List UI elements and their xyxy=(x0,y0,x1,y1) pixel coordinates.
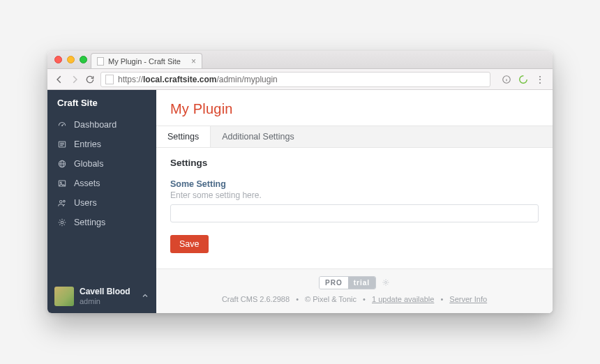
minimize-window-button[interactable] xyxy=(67,56,75,63)
tab-label: Additional Settings xyxy=(222,132,294,142)
chevron-up-icon xyxy=(141,291,149,302)
page-header: My Plugin xyxy=(156,90,553,126)
gear-icon xyxy=(57,218,67,227)
user-name: Cavell Blood xyxy=(80,287,130,297)
some-setting-input[interactable] xyxy=(170,204,539,222)
divider: • xyxy=(292,295,303,303)
save-button[interactable]: Save xyxy=(170,235,209,253)
address-bar[interactable]: https://local.craftsite.com/admin/myplug… xyxy=(100,72,490,87)
svg-point-18 xyxy=(385,281,387,283)
browser-window: My Plugin - Craft Site × https://local.c… xyxy=(47,51,553,313)
page-favicon xyxy=(97,57,104,66)
svg-point-15 xyxy=(60,201,63,204)
forward-button[interactable] xyxy=(70,75,80,84)
site-info-icon[interactable] xyxy=(105,75,114,84)
extension-info-icon[interactable] xyxy=(502,75,511,84)
edition-pro-label: PRO xyxy=(320,277,348,289)
browser-menu-button[interactable]: ⋮ xyxy=(535,75,546,84)
users-icon xyxy=(57,198,67,208)
back-button[interactable] xyxy=(54,75,64,84)
zoom-window-button[interactable] xyxy=(80,56,87,63)
user-role: admin xyxy=(80,297,130,306)
toolbar-right: ⋮ xyxy=(502,75,546,84)
app-frame: Craft Site Dashboard Entries Globals Ass… xyxy=(47,90,553,313)
field-help: Enter some setting here. xyxy=(170,190,539,200)
tab-additional-settings[interactable]: Additional Settings xyxy=(211,126,306,147)
url-scheme: https:// xyxy=(118,75,143,84)
browser-tab-title: My Plugin - Craft Site xyxy=(108,57,181,66)
account-menu[interactable]: Cavell Blood admin xyxy=(47,280,156,313)
svg-line-5 xyxy=(62,124,63,126)
svg-point-16 xyxy=(63,200,66,202)
section-title: Settings xyxy=(170,158,539,168)
sidebar-item-globals[interactable]: Globals xyxy=(47,154,156,174)
sidebar-item-assets[interactable]: Assets xyxy=(47,174,156,193)
gauge-icon xyxy=(57,120,67,130)
url-path: /admin/myplugin xyxy=(216,75,277,84)
sidebar-item-settings[interactable]: Settings xyxy=(47,213,156,232)
avatar xyxy=(54,287,74,306)
page-title: My Plugin xyxy=(170,101,539,117)
divider: • xyxy=(436,295,447,303)
tab-label: Settings xyxy=(167,132,199,142)
window-titlebar: My Plugin - Craft Site × xyxy=(47,51,553,69)
sidebar-item-entries[interactable]: Entries xyxy=(47,135,156,154)
reload-button[interactable] xyxy=(85,75,95,84)
footer-meta: Craft CMS 2.6.2988 • © Pixel & Tonic • 1… xyxy=(165,295,544,303)
user-meta: Cavell Blood admin xyxy=(80,287,130,305)
close-tab-button[interactable]: × xyxy=(191,57,196,66)
sidebar-item-label: Users xyxy=(74,198,97,208)
sidebar-item-dashboard[interactable]: Dashboard xyxy=(47,115,156,135)
edition-badge-row: PRO trial xyxy=(165,276,544,289)
edition-trial-label: trial xyxy=(348,277,375,289)
footer-copyright: © Pixel & Tonic xyxy=(305,295,357,303)
tab-settings[interactable]: Settings xyxy=(156,126,211,147)
sidebar-item-label: Entries xyxy=(74,139,101,149)
sidebar-item-label: Dashboard xyxy=(74,120,117,130)
settings-pane: Settings Some Setting Enter some setting… xyxy=(156,148,553,268)
url-host: local.craftsite.com xyxy=(143,75,216,84)
edition-settings-icon[interactable] xyxy=(382,278,390,288)
sidebar-item-label: Settings xyxy=(74,218,105,227)
footer-version: Craft CMS 2.6.2988 xyxy=(222,295,290,303)
window-controls xyxy=(54,56,87,63)
footer-serverinfo-link[interactable]: Server Info xyxy=(449,295,487,303)
browser-tab[interactable]: My Plugin - Craft Site × xyxy=(91,53,202,68)
sidebar-item-label: Assets xyxy=(74,179,100,188)
svg-point-3 xyxy=(520,75,527,83)
list-icon xyxy=(57,139,67,149)
address-url: https://local.craftsite.com/admin/myplug… xyxy=(118,75,278,84)
image-icon xyxy=(57,179,67,188)
edition-badge[interactable]: PRO trial xyxy=(319,276,376,289)
divider: • xyxy=(359,295,370,303)
sidebar-item-users[interactable]: Users xyxy=(47,193,156,213)
svg-point-17 xyxy=(61,221,63,224)
sidebar-nav: Dashboard Entries Globals Assets Users xyxy=(47,115,156,232)
close-window-button[interactable] xyxy=(54,56,62,63)
browser-toolbar: https://local.craftsite.com/admin/myplug… xyxy=(47,69,553,90)
page-tabs: Settings Additional Settings xyxy=(156,126,553,148)
globe-icon xyxy=(57,159,67,169)
setting-field: Some Setting Enter some setting here. xyxy=(170,179,539,222)
footer-update-link[interactable]: 1 update available xyxy=(372,295,434,303)
field-label: Some Setting xyxy=(170,179,539,189)
svg-point-14 xyxy=(60,182,61,183)
extension-status-icon[interactable] xyxy=(518,75,528,84)
sidebar: Craft Site Dashboard Entries Globals Ass… xyxy=(47,90,156,313)
main-content: My Plugin Settings Additional Settings S… xyxy=(156,90,553,313)
site-name[interactable]: Craft Site xyxy=(47,90,156,115)
app-footer: PRO trial Craft CMS 2.6.2988 • © Pixel &… xyxy=(156,268,553,313)
sidebar-item-label: Globals xyxy=(74,159,103,169)
